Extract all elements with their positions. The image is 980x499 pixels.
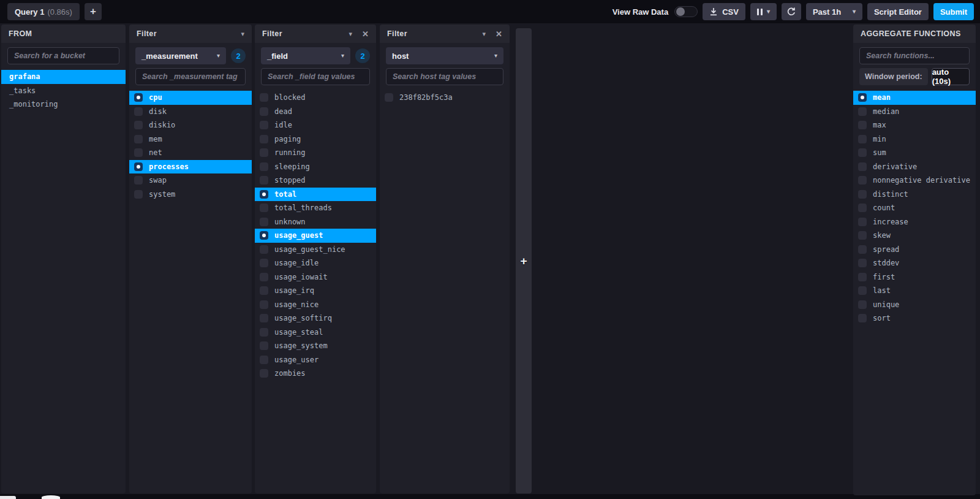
checkbox-icon[interactable] — [134, 135, 143, 143]
checkbox-icon[interactable] — [858, 93, 867, 102]
measurement-list-item[interactable]: processes — [129, 160, 252, 174]
checkbox-icon[interactable] — [858, 273, 867, 281]
close-icon[interactable]: ✕ — [496, 29, 502, 39]
function-list-item[interactable]: min — [853, 132, 976, 147]
field-list-item[interactable]: blocked — [255, 91, 376, 105]
field-list-item[interactable]: zombies — [255, 367, 376, 381]
function-list-item[interactable]: first — [853, 270, 976, 284]
checkbox-icon[interactable] — [260, 135, 268, 143]
function-list-item[interactable]: spread — [853, 243, 976, 257]
checkbox-icon[interactable] — [260, 369, 268, 378]
function-list-item[interactable]: sort — [853, 311, 976, 326]
field-list-item[interactable]: usage_idle — [255, 256, 376, 270]
host-list-item[interactable]: 238f82bf5c3a — [380, 91, 510, 105]
view-raw-data-toggle[interactable] — [674, 6, 698, 17]
field-list-item[interactable]: usage_irq — [255, 284, 376, 298]
field-list-item[interactable]: running — [255, 146, 376, 160]
checkbox-icon[interactable] — [858, 135, 867, 143]
checkbox-icon[interactable] — [858, 286, 867, 295]
field-list-item[interactable]: paging — [255, 132, 376, 147]
checkbox-icon[interactable] — [260, 231, 268, 240]
checkbox-icon[interactable] — [858, 245, 867, 254]
function-list-item[interactable]: nonnegative derivative — [853, 173, 976, 188]
checkbox-icon[interactable] — [385, 93, 393, 102]
field-list-item[interactable]: unknown — [255, 215, 376, 229]
field-search-input[interactable] — [261, 68, 370, 85]
checkbox-icon[interactable] — [260, 162, 268, 171]
add-query-button[interactable]: + — [85, 3, 102, 20]
checkbox-icon[interactable] — [260, 121, 268, 129]
function-list-item[interactable]: mean — [853, 91, 976, 105]
checkbox-icon[interactable] — [858, 314, 867, 322]
tag-key-dropdown[interactable]: host ▾ — [386, 47, 503, 64]
field-list-item[interactable]: usage_user — [255, 353, 376, 367]
tag-key-dropdown[interactable]: _measurement ▾ — [135, 47, 226, 64]
bucket-list-item[interactable]: _tasks — [1, 84, 126, 98]
submit-button[interactable]: Submit — [933, 3, 974, 20]
window-period-selector[interactable]: auto (10s) — [932, 68, 970, 85]
function-list-item[interactable]: median — [853, 105, 976, 119]
function-list-item[interactable]: distinct — [853, 188, 976, 202]
checkbox-icon[interactable] — [858, 190, 867, 199]
checkbox-icon[interactable] — [134, 162, 143, 171]
checkbox-icon[interactable] — [260, 204, 268, 212]
checkbox-icon[interactable] — [260, 328, 268, 337]
bucket-search-input[interactable] — [7, 47, 119, 64]
checkbox-icon[interactable] — [134, 176, 143, 185]
measurement-list-item[interactable]: system — [129, 188, 252, 202]
field-list-item[interactable]: sleeping — [255, 160, 376, 174]
function-search-input[interactable] — [859, 47, 970, 64]
time-range-dropdown[interactable]: Past 1h ▾ — [806, 3, 862, 20]
chevron-down-icon[interactable]: ▾ — [483, 30, 486, 38]
field-list-item[interactable]: usage_nice — [255, 298, 376, 312]
checkbox-icon[interactable] — [858, 176, 867, 185]
checkbox-icon[interactable] — [260, 245, 268, 254]
function-list-item[interactable]: sum — [853, 146, 976, 160]
host-search-input[interactable] — [386, 68, 503, 85]
checkbox-icon[interactable] — [134, 107, 143, 116]
checkbox-icon[interactable] — [134, 93, 143, 102]
close-icon[interactable]: ✕ — [362, 29, 369, 39]
function-list-item[interactable]: max — [853, 118, 976, 132]
checkbox-icon[interactable] — [260, 93, 268, 102]
checkbox-icon[interactable] — [858, 204, 867, 212]
checkbox-icon[interactable] — [260, 259, 268, 267]
tag-key-dropdown[interactable]: _field ▾ — [261, 47, 350, 64]
bucket-list-item[interactable]: grafana — [1, 70, 126, 84]
checkbox-icon[interactable] — [858, 218, 867, 226]
chevron-down-icon[interactable]: ▾ — [241, 30, 244, 38]
pause-refresh-button[interactable]: ▾ — [750, 3, 777, 20]
field-list-item[interactable]: usage_guest_nice — [255, 243, 376, 257]
measurement-list-item[interactable]: cpu — [129, 91, 252, 105]
checkbox-icon[interactable] — [260, 314, 268, 322]
measurement-list-item[interactable]: swap — [129, 173, 252, 188]
checkbox-icon[interactable] — [858, 231, 867, 240]
function-list-item[interactable]: unique — [853, 298, 976, 312]
field-list-item[interactable]: usage_softirq — [255, 311, 376, 326]
function-list-item[interactable]: derivative — [853, 160, 976, 174]
checkbox-icon[interactable] — [858, 148, 867, 157]
checkbox-icon[interactable] — [134, 148, 143, 157]
checkbox-icon[interactable] — [260, 341, 268, 350]
measurement-list-item[interactable]: disk — [129, 105, 252, 119]
function-list-item[interactable]: last — [853, 284, 976, 298]
field-list-item[interactable]: usage_steal — [255, 326, 376, 340]
checkbox-icon[interactable] — [134, 190, 143, 199]
checkbox-icon[interactable] — [260, 273, 268, 281]
field-list-item[interactable]: stopped — [255, 173, 376, 188]
checkbox-icon[interactable] — [858, 121, 867, 129]
field-list-item[interactable]: usage_guest — [255, 229, 376, 243]
measurement-search-input[interactable] — [135, 68, 246, 85]
checkbox-icon[interactable] — [260, 286, 268, 295]
csv-download-button[interactable]: CSV — [703, 3, 745, 20]
chevron-down-icon[interactable]: ▾ — [349, 30, 353, 38]
measurement-list-item[interactable]: net — [129, 146, 252, 160]
measurement-list-item[interactable]: mem — [129, 132, 252, 147]
function-list-item[interactable]: count — [853, 201, 976, 215]
checkbox-icon[interactable] — [858, 162, 867, 171]
checkbox-icon[interactable] — [260, 176, 268, 185]
field-list-item[interactable]: total — [255, 188, 376, 202]
checkbox-icon[interactable] — [260, 148, 268, 157]
measurement-list-item[interactable]: diskio — [129, 118, 252, 132]
checkbox-icon[interactable] — [858, 259, 867, 267]
